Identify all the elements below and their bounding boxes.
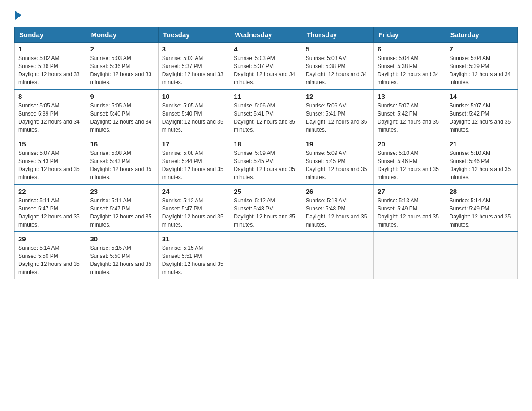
day-info: Sunrise: 5:15 AMSunset: 5:50 PMDaylight:… (90, 245, 151, 275)
day-number: 28 (450, 188, 514, 195)
calendar-cell: 18 Sunrise: 5:09 AMSunset: 5:45 PMDaylig… (230, 137, 302, 184)
calendar-cell: 10 Sunrise: 5:05 AMSunset: 5:40 PMDaylig… (158, 90, 230, 137)
page-header (14, 11, 518, 20)
day-number: 11 (234, 93, 298, 100)
day-number: 29 (18, 235, 82, 243)
calendar-cell: 30 Sunrise: 5:15 AMSunset: 5:50 PMDaylig… (86, 232, 158, 279)
day-info: Sunrise: 5:04 AMSunset: 5:39 PMDaylight:… (450, 55, 511, 86)
calendar-table: SundayMondayTuesdayWednesdayThursdayFrid… (14, 27, 518, 279)
calendar-cell (302, 232, 373, 279)
day-number: 20 (378, 140, 442, 148)
calendar-cell: 19 Sunrise: 5:09 AMSunset: 5:45 PMDaylig… (302, 137, 373, 184)
header-monday: Monday (86, 27, 158, 43)
day-number: 15 (18, 140, 82, 148)
calendar-cell: 1 Sunrise: 5:02 AMSunset: 5:36 PMDayligh… (15, 43, 86, 90)
calendar-cell: 17 Sunrise: 5:08 AMSunset: 5:44 PMDaylig… (158, 137, 230, 184)
day-number: 9 (90, 93, 154, 100)
day-info: Sunrise: 5:10 AMSunset: 5:46 PMDaylight:… (378, 150, 439, 180)
logo (14, 11, 23, 20)
calendar-cell: 6 Sunrise: 5:04 AMSunset: 5:38 PMDayligh… (374, 43, 446, 90)
calendar-cell: 2 Sunrise: 5:03 AMSunset: 5:36 PMDayligh… (86, 43, 158, 90)
day-info: Sunrise: 5:13 AMSunset: 5:48 PMDaylight:… (306, 197, 367, 228)
logo-arrow-icon (15, 11, 21, 20)
header-thursday: Thursday (302, 27, 373, 43)
day-info: Sunrise: 5:14 AMSunset: 5:50 PMDaylight:… (18, 245, 80, 275)
header-friday: Friday (374, 27, 446, 43)
day-info: Sunrise: 5:14 AMSunset: 5:49 PMDaylight:… (450, 197, 511, 228)
day-info: Sunrise: 5:11 AMSunset: 5:47 PMDaylight:… (90, 197, 151, 228)
day-info: Sunrise: 5:10 AMSunset: 5:46 PMDaylight:… (450, 150, 511, 180)
day-number: 24 (162, 188, 226, 195)
day-info: Sunrise: 5:02 AMSunset: 5:36 PMDaylight:… (18, 55, 80, 86)
calendar-cell: 9 Sunrise: 5:05 AMSunset: 5:40 PMDayligh… (86, 90, 158, 137)
calendar-cell: 8 Sunrise: 5:05 AMSunset: 5:39 PMDayligh… (15, 90, 86, 137)
day-number: 31 (162, 235, 226, 243)
day-number: 27 (378, 188, 442, 195)
day-info: Sunrise: 5:09 AMSunset: 5:45 PMDaylight:… (306, 150, 367, 180)
day-info: Sunrise: 5:08 AMSunset: 5:44 PMDaylight:… (162, 150, 223, 180)
day-info: Sunrise: 5:09 AMSunset: 5:45 PMDaylight:… (234, 150, 295, 180)
calendar-cell (374, 232, 446, 279)
calendar-cell: 16 Sunrise: 5:08 AMSunset: 5:43 PMDaylig… (86, 137, 158, 184)
day-number: 21 (450, 140, 514, 148)
day-info: Sunrise: 5:12 AMSunset: 5:48 PMDaylight:… (234, 197, 295, 228)
calendar-cell: 13 Sunrise: 5:07 AMSunset: 5:42 PMDaylig… (374, 90, 446, 137)
day-info: Sunrise: 5:04 AMSunset: 5:38 PMDaylight:… (378, 55, 439, 86)
day-info: Sunrise: 5:03 AMSunset: 5:37 PMDaylight:… (162, 55, 223, 86)
calendar-cell: 3 Sunrise: 5:03 AMSunset: 5:37 PMDayligh… (158, 43, 230, 90)
day-number: 22 (18, 188, 82, 195)
calendar-cell (446, 232, 517, 279)
header-tuesday: Tuesday (158, 27, 230, 43)
calendar-header-row: SundayMondayTuesdayWednesdayThursdayFrid… (15, 27, 518, 43)
day-info: Sunrise: 5:03 AMSunset: 5:36 PMDaylight:… (90, 55, 151, 86)
day-info: Sunrise: 5:07 AMSunset: 5:42 PMDaylight:… (450, 103, 511, 133)
day-number: 10 (162, 93, 226, 100)
calendar-cell: 21 Sunrise: 5:10 AMSunset: 5:46 PMDaylig… (446, 137, 517, 184)
calendar-cell: 4 Sunrise: 5:03 AMSunset: 5:37 PMDayligh… (230, 43, 302, 90)
calendar-cell: 24 Sunrise: 5:12 AMSunset: 5:47 PMDaylig… (158, 184, 230, 232)
day-info: Sunrise: 5:03 AMSunset: 5:38 PMDaylight:… (306, 55, 367, 86)
day-info: Sunrise: 5:07 AMSunset: 5:43 PMDaylight:… (18, 150, 80, 180)
day-info: Sunrise: 5:07 AMSunset: 5:42 PMDaylight:… (378, 103, 439, 133)
calendar-cell: 23 Sunrise: 5:11 AMSunset: 5:47 PMDaylig… (86, 184, 158, 232)
day-number: 25 (234, 188, 298, 195)
day-info: Sunrise: 5:06 AMSunset: 5:41 PMDaylight:… (306, 103, 367, 133)
calendar-cell: 28 Sunrise: 5:14 AMSunset: 5:49 PMDaylig… (446, 184, 517, 232)
day-info: Sunrise: 5:03 AMSunset: 5:37 PMDaylight:… (234, 55, 295, 86)
day-number: 2 (90, 45, 154, 53)
calendar-cell: 12 Sunrise: 5:06 AMSunset: 5:41 PMDaylig… (302, 90, 373, 137)
day-number: 4 (234, 45, 298, 53)
day-number: 7 (450, 45, 514, 53)
calendar-week-row: 29 Sunrise: 5:14 AMSunset: 5:50 PMDaylig… (15, 232, 518, 279)
calendar-cell: 14 Sunrise: 5:07 AMSunset: 5:42 PMDaylig… (446, 90, 517, 137)
day-info: Sunrise: 5:12 AMSunset: 5:47 PMDaylight:… (162, 197, 223, 228)
day-number: 3 (162, 45, 226, 53)
day-number: 14 (450, 93, 514, 100)
calendar-week-row: 1 Sunrise: 5:02 AMSunset: 5:36 PMDayligh… (15, 43, 518, 90)
calendar-cell: 7 Sunrise: 5:04 AMSunset: 5:39 PMDayligh… (446, 43, 517, 90)
day-number: 12 (306, 93, 370, 100)
calendar-cell: 26 Sunrise: 5:13 AMSunset: 5:48 PMDaylig… (302, 184, 373, 232)
day-number: 16 (90, 140, 154, 148)
day-info: Sunrise: 5:05 AMSunset: 5:40 PMDaylight:… (162, 103, 223, 133)
day-number: 23 (90, 188, 154, 195)
day-number: 8 (18, 93, 82, 100)
day-info: Sunrise: 5:08 AMSunset: 5:43 PMDaylight:… (90, 150, 151, 180)
calendar-week-row: 8 Sunrise: 5:05 AMSunset: 5:39 PMDayligh… (15, 90, 518, 137)
day-info: Sunrise: 5:13 AMSunset: 5:49 PMDaylight:… (378, 197, 439, 228)
day-number: 13 (378, 93, 442, 100)
day-number: 30 (90, 235, 154, 243)
day-info: Sunrise: 5:06 AMSunset: 5:41 PMDaylight:… (234, 103, 295, 133)
calendar-week-row: 22 Sunrise: 5:11 AMSunset: 5:47 PMDaylig… (15, 184, 518, 232)
calendar-cell (230, 232, 302, 279)
calendar-week-row: 15 Sunrise: 5:07 AMSunset: 5:43 PMDaylig… (15, 137, 518, 184)
day-number: 5 (306, 45, 370, 53)
calendar-cell: 25 Sunrise: 5:12 AMSunset: 5:48 PMDaylig… (230, 184, 302, 232)
day-number: 17 (162, 140, 226, 148)
calendar-cell: 27 Sunrise: 5:13 AMSunset: 5:49 PMDaylig… (374, 184, 446, 232)
header-wednesday: Wednesday (230, 27, 302, 43)
day-info: Sunrise: 5:15 AMSunset: 5:51 PMDaylight:… (162, 245, 223, 275)
calendar-cell: 31 Sunrise: 5:15 AMSunset: 5:51 PMDaylig… (158, 232, 230, 279)
calendar-cell: 22 Sunrise: 5:11 AMSunset: 5:47 PMDaylig… (15, 184, 86, 232)
day-number: 1 (18, 45, 82, 53)
